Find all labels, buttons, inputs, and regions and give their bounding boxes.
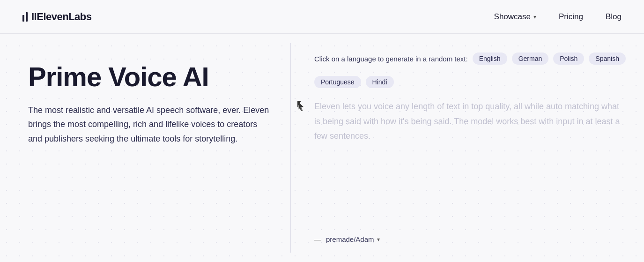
lang-prompt-text: Click on a language to generate in a ran… — [314, 55, 468, 63]
nav-showcase-label: Showcase — [494, 12, 531, 22]
lang-tag-german[interactable]: German — [512, 52, 549, 65]
chevron-down-icon: ▾ — [377, 236, 380, 243]
lang-tag-hindi[interactable]: Hindi — [366, 76, 394, 88]
logo-brand: ElevenLabs — [37, 11, 91, 22]
nav-blog-label: Blog — [606, 12, 622, 22]
hero-section: Prime Voice AI The most realistic and ve… — [0, 34, 290, 262]
header: IIElevenLabs Showcase ▾ Pricing Blog — [0, 0, 644, 34]
language-selector-row2: Portuguese Hindi — [314, 76, 644, 88]
lang-tag-polish[interactable]: Polish — [553, 52, 584, 65]
lang-tag-english[interactable]: English — [473, 52, 507, 65]
voice-dash: — — [314, 235, 321, 243]
chevron-down-icon: ▾ — [533, 14, 536, 20]
lang-tag-portuguese[interactable]: Portuguese — [314, 76, 361, 88]
nav-showcase[interactable]: Showcase ▾ — [494, 12, 536, 22]
main-nav: Showcase ▾ Pricing Blog — [494, 12, 622, 22]
logo-bar-1 — [22, 15, 24, 22]
voice-selector[interactable]: — premade/Adam ▾ — [314, 235, 644, 243]
language-selector-row: Click on a language to generate in a ran… — [314, 52, 644, 65]
logo-prefix: II — [31, 11, 37, 22]
logo-text: IIElevenLabs — [31, 11, 92, 23]
preview-text: Eleven lets you voice any length of text… — [314, 99, 623, 144]
demo-section: Click on a language to generate in a ran… — [291, 34, 644, 262]
lang-tag-spanish[interactable]: Spanish — [589, 52, 626, 65]
logo-bar-2 — [26, 12, 28, 22]
nav-pricing[interactable]: Pricing — [559, 12, 583, 22]
main-content: Prime Voice AI The most realistic and ve… — [0, 34, 644, 262]
nav-pricing-label: Pricing — [559, 12, 583, 22]
hero-title: Prime Voice AI — [28, 62, 290, 92]
logo[interactable]: IIElevenLabs — [22, 11, 92, 23]
nav-blog[interactable]: Blog — [606, 12, 622, 22]
voice-name: premade/Adam — [326, 235, 374, 243]
logo-bars-icon — [22, 12, 28, 22]
hero-description: The most realistic and versatile AI spee… — [28, 103, 272, 146]
